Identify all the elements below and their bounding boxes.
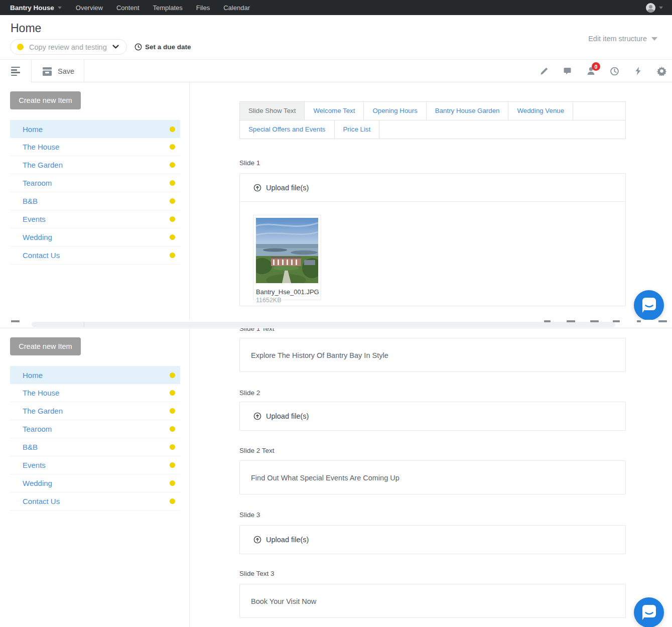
item-sidebar: Create new Item Home The House The Garde… (0, 329, 190, 627)
sidebar-item-events[interactable]: Events (10, 210, 180, 228)
tab-wedding-venue[interactable]: Wedding Venue (508, 102, 573, 120)
field-label-slide-2: Slide 2 (239, 389, 260, 397)
status-dot-icon (170, 462, 175, 468)
toolbar-right-icons: 0 (539, 60, 666, 82)
status-dot-icon (170, 234, 175, 240)
history-icon (613, 320, 620, 322)
sidebar-item-the-house[interactable]: The House (10, 384, 180, 402)
history-icon[interactable] (610, 66, 619, 76)
slide-3-upload-field: Upload file(s) (239, 525, 626, 554)
status-dot-icon (170, 180, 175, 186)
tab-special-offers-and-events[interactable]: Special Offers and Events (240, 120, 335, 139)
clock-icon (135, 43, 142, 51)
slide-1-upload-field: Upload file(s) (239, 173, 626, 306)
status-dot-icon (170, 372, 175, 378)
status-dropdown[interactable]: Copy review and testing (10, 39, 127, 55)
comments-icon[interactable] (563, 66, 572, 76)
sidebar-item-tearoom[interactable]: Tearoom (10, 420, 180, 438)
page-header: Home Copy review and testing Set a due d… (0, 15, 672, 59)
set-due-date-button[interactable]: Set a due date (135, 43, 191, 51)
nav-item-calendar[interactable]: Calendar (223, 4, 250, 12)
slide-text-3-field[interactable]: Book Your Visit Now (239, 584, 626, 618)
slide-2-text-field[interactable]: Find Out What Special Events Are Coming … (239, 460, 626, 494)
toolbar-divider (84, 60, 84, 82)
top-nav: Bantry House Overview Content Templates … (0, 0, 672, 15)
upload-files-button[interactable]: Upload file(s) (240, 402, 625, 430)
screenshot-seam-toolbar-remnant (0, 320, 672, 328)
status-dot-icon (170, 480, 175, 486)
field-value: Find Out What Special Events Are Coming … (240, 461, 625, 482)
create-new-item-button[interactable]: Create new Item (10, 337, 81, 355)
field-label-slide-text-3: Slide Text 3 (239, 570, 275, 577)
sidebar-toggle-icon[interactable] (11, 67, 20, 77)
sidebar-item-events[interactable]: Events (10, 456, 180, 474)
nav-user-menu[interactable] (646, 3, 663, 13)
upload-files-button[interactable]: Upload file(s) (240, 526, 625, 554)
assignees-badge: 0 (592, 62, 600, 71)
settings-gear-icon (658, 320, 667, 322)
sidebar-item-wedding[interactable]: Wedding (10, 228, 180, 246)
nav-item-overview[interactable]: Overview (76, 4, 103, 12)
nav-item-templates[interactable]: Templates (153, 4, 183, 12)
content-section-top: Create new Item Home The House The Garde… (0, 82, 672, 320)
status-dot-icon (170, 198, 175, 204)
sidebar-item-tearoom[interactable]: Tearoom (10, 174, 180, 192)
save-button-label: Save (58, 67, 74, 75)
nav-item-files[interactable]: Files (196, 4, 210, 12)
sidebar-item-wedding[interactable]: Wedding (10, 474, 180, 492)
sidebar-item-bb[interactable]: B&B (10, 438, 180, 456)
settings-gear-icon[interactable] (657, 66, 666, 76)
assignees-icon (590, 320, 599, 322)
tab-bantry-house-garden[interactable]: Bantry House Garden (427, 102, 509, 120)
create-new-item-button[interactable]: Create new Item (10, 91, 81, 109)
file-thumbnail-image (256, 218, 318, 283)
edit-item-structure-label: Edit item structure (588, 35, 647, 43)
content-section-bottom: Create new Item Home The House The Garde… (0, 320, 672, 627)
brand-label: Bantry House (10, 4, 54, 12)
tab-opening-hours[interactable]: Opening Hours (364, 102, 426, 120)
upload-circle-icon (253, 536, 261, 544)
page-title: Home (11, 22, 41, 35)
sidebar-item-contact-us[interactable]: Contact Us (10, 492, 180, 511)
sidebar-item-home[interactable]: Home (10, 366, 180, 384)
status-dot-icon (17, 44, 24, 50)
activity-bolt-icon[interactable] (633, 66, 643, 76)
field-label-slide-3: Slide 3 (239, 511, 260, 519)
status-dot-icon (170, 216, 175, 222)
sidebar-item-home[interactable]: Home (10, 120, 180, 138)
tab-price-list[interactable]: Price List (335, 120, 380, 139)
save-button[interactable]: Save (42, 64, 74, 78)
edit-pencil-icon[interactable] (539, 66, 549, 76)
status-dot-icon (170, 408, 175, 414)
sidebar-item-the-house[interactable]: The House (10, 138, 180, 156)
account-switcher[interactable]: Bantry House (10, 4, 62, 12)
comments-icon (567, 320, 575, 322)
item-content: Slide Show Text Welcome Text Opening Hou… (190, 82, 672, 320)
sidebar-item-bb[interactable]: B&B (10, 192, 180, 210)
uploaded-file-card[interactable]: Bantry_Hse_001.JPG 11652KB (253, 215, 321, 300)
status-dot-icon (170, 426, 175, 432)
nav-item-content[interactable]: Content (116, 4, 140, 12)
toolbar-divider (31, 60, 32, 82)
sidebar-item-contact-us[interactable]: Contact Us (10, 246, 180, 265)
slide-1-text-field[interactable]: Explore The History Of Bantry Bay In Sty… (239, 338, 626, 372)
upload-circle-icon (253, 412, 261, 420)
intercom-chat-button[interactable] (634, 597, 664, 627)
upload-files-button[interactable]: Upload file(s) (240, 174, 625, 202)
toolbar-remnant-bar (32, 322, 615, 327)
intercom-chat-button[interactable] (634, 290, 664, 320)
edit-item-structure-button[interactable]: Edit item structure (588, 35, 657, 43)
status-dot-icon (170, 444, 175, 450)
field-label-slide-1: Slide 1 (239, 159, 260, 167)
slide-2-upload-field: Upload file(s) (239, 402, 626, 431)
sidebar-toggle-icon (11, 320, 20, 322)
tab-welcome-text[interactable]: Welcome Text (305, 102, 364, 120)
sidebar-item-the-garden[interactable]: The Garden (10, 402, 180, 420)
set-due-date-label: Set a due date (145, 43, 191, 51)
activity-bolt-icon (637, 320, 641, 322)
item-list: Home The House The Garden Tearoom B&B Ev… (10, 120, 180, 265)
sidebar-item-the-garden[interactable]: The Garden (10, 156, 180, 174)
tab-slide-show-text[interactable]: Slide Show Text (240, 102, 305, 120)
chevron-down-icon (659, 7, 663, 9)
assignees-icon[interactable]: 0 (586, 66, 596, 76)
